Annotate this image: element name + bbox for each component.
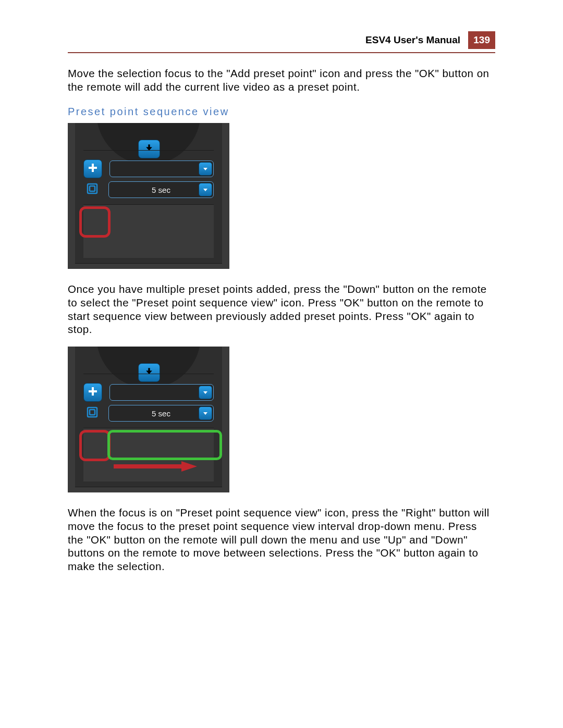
- sequence-view-icon: [86, 182, 99, 197]
- chevron-down-icon: [202, 388, 209, 397]
- page-number: 139: [468, 31, 495, 49]
- plus-icon: [87, 385, 99, 400]
- sequence-view-button[interactable]: [83, 181, 101, 199]
- preset-row: [83, 150, 214, 182]
- preset-select-toggle[interactable]: [199, 162, 212, 176]
- svg-rect-3: [90, 186, 95, 191]
- manual-title: ESV4 User's Manual: [362, 32, 463, 48]
- chevron-down-icon: [202, 186, 209, 194]
- svg-rect-1: [89, 167, 97, 169]
- plus-icon: [87, 162, 99, 176]
- interval-select-value: 5 sec: [152, 409, 170, 418]
- svg-rect-7: [90, 410, 95, 415]
- svg-rect-2: [88, 184, 97, 193]
- chevron-down-icon: [202, 165, 209, 174]
- ptz-panel: 5 sec: [75, 123, 222, 264]
- preset-row: [83, 374, 214, 405]
- svg-rect-5: [89, 390, 97, 392]
- page-header: ESV4 User's Manual 139: [68, 31, 495, 53]
- document-page: ESV4 User's Manual 139 Move the selectio…: [0, 0, 563, 728]
- sequence-row: 5 sec: [83, 403, 214, 424]
- ptz-panel: 5 sec: [75, 347, 222, 487]
- interval-select[interactable]: 5 sec: [108, 405, 214, 422]
- interval-select-toggle[interactable]: [199, 406, 212, 420]
- paragraph-1: Move the selection focus to the "Add pre…: [68, 67, 495, 93]
- add-preset-button[interactable]: [83, 383, 102, 402]
- ui-screenshot-1: 5 sec: [68, 123, 229, 269]
- sequence-view-icon: [86, 406, 99, 421]
- chevron-down-icon: [202, 409, 209, 418]
- preset-select[interactable]: [109, 384, 214, 401]
- interval-select-toggle[interactable]: [199, 183, 212, 196]
- interval-select[interactable]: 5 sec: [108, 181, 214, 198]
- section-heading: Preset point sequence view: [68, 106, 495, 118]
- sequence-row: 5 sec: [83, 179, 214, 200]
- ui-screenshot-2: 5 sec: [68, 347, 229, 492]
- panel-footer: [83, 428, 214, 482]
- svg-rect-6: [88, 408, 97, 417]
- panel-footer: [83, 204, 214, 258]
- interval-select-value: 5 sec: [152, 186, 170, 194]
- paragraph-3: When the focus is on "Preset point seque…: [68, 506, 495, 573]
- preset-select[interactable]: [109, 161, 214, 177]
- preset-select-toggle[interactable]: [199, 386, 212, 399]
- add-preset-button[interactable]: [83, 159, 102, 178]
- paragraph-2: Once you have multiple preset points add…: [68, 282, 495, 336]
- sequence-view-button[interactable]: [83, 404, 101, 422]
